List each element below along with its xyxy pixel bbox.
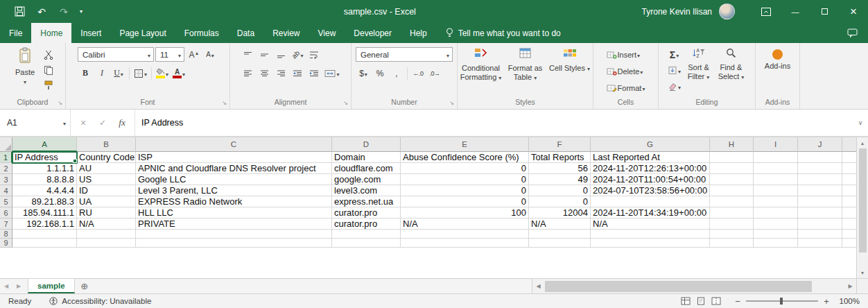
cell-H3[interactable] (710, 174, 754, 185)
cell-E3[interactable]: 0 (401, 174, 529, 185)
cell-G3[interactable]: 2024-11-20T11:00:54+00:00 (591, 174, 710, 185)
tab-data[interactable]: Data (228, 23, 263, 43)
formula-bar-expand-icon[interactable] (853, 110, 868, 136)
addins-button[interactable]: Add-ins (758, 44, 797, 71)
cell-D9[interactable] (332, 239, 401, 248)
cell-C1[interactable]: ISP (136, 152, 332, 163)
cell-J3[interactable] (798, 174, 842, 185)
cell-I5[interactable] (754, 196, 798, 207)
cell-C7[interactable]: PRIVATE (136, 219, 332, 230)
cell-B4[interactable]: ID (77, 185, 136, 196)
align-center-button[interactable] (257, 66, 272, 80)
align-top-button[interactable] (240, 47, 255, 62)
cell-F9[interactable] (529, 239, 591, 248)
cell-C3[interactable]: Google LLC (136, 174, 332, 185)
accounting-format-button[interactable]: $ (356, 66, 371, 80)
font-color-button[interactable]: A (171, 66, 186, 80)
cell-A9[interactable] (12, 239, 77, 248)
vertical-scroll-thumb[interactable] (859, 148, 867, 253)
row-header-5[interactable]: 5 (0, 196, 12, 207)
italic-button[interactable]: I (94, 66, 110, 80)
tab-page-layout[interactable]: Page Layout (110, 23, 175, 43)
cell-E1[interactable]: Abuse Confidence Score (%) (401, 152, 529, 163)
zoom-in-button[interactable] (821, 296, 832, 307)
cell-B2[interactable]: AU (77, 163, 136, 174)
tab-developer[interactable]: Developer (345, 23, 401, 43)
underline-button[interactable]: U (111, 66, 126, 80)
cell-D5[interactable]: express.net.ua (332, 196, 401, 207)
autosum-button[interactable]: Σ (666, 47, 682, 62)
autosum-dropdown-icon[interactable] (676, 50, 679, 60)
cell-J5[interactable] (798, 196, 842, 207)
avatar[interactable] (719, 3, 735, 19)
cell-E5[interactable]: 0 (401, 196, 529, 207)
user-name[interactable]: Tyrone Kevin Ilisan (642, 7, 712, 17)
formula-input[interactable]: IP Address (135, 110, 853, 136)
decrease-decimal-button[interactable]: .0→ (427, 66, 442, 80)
cell-E9[interactable] (401, 239, 529, 248)
format-cells-button[interactable]: Format (605, 80, 647, 95)
tab-file[interactable]: File (0, 23, 31, 43)
cell-F5[interactable]: 0 (529, 196, 591, 207)
cell-C8[interactable] (136, 230, 332, 239)
restore-button[interactable] (810, 0, 839, 23)
sort-filter-button[interactable]: AZ Sort & Filter (682, 44, 715, 82)
column-header-H[interactable]: H (710, 137, 754, 152)
decrease-font-size-button[interactable]: A (202, 47, 218, 62)
cell-I1[interactable] (754, 152, 798, 163)
accessibility-status[interactable]: Accessibility: Unavailable (42, 297, 158, 305)
fill-color-dropdown-icon[interactable] (166, 69, 168, 78)
cell-D7[interactable]: curator.pro (332, 219, 401, 230)
cell-C5[interactable]: EXPRESS Radio Network (136, 196, 332, 207)
cell-F7[interactable]: N/A (529, 219, 591, 230)
increase-font-size-button[interactable]: A (186, 47, 201, 62)
cell-styles-dropdown-icon[interactable] (587, 64, 590, 74)
row-header-3[interactable]: 3 (0, 174, 12, 185)
decrease-indent-button[interactable] (290, 66, 305, 80)
accounting-dropdown-icon[interactable] (365, 69, 367, 78)
cell-B5[interactable]: UA (77, 196, 136, 207)
zoom-level[interactable]: 100% (832, 297, 860, 305)
cell-B8[interactable] (77, 230, 136, 239)
borders-dropdown-icon[interactable] (144, 69, 147, 78)
cell-G5[interactable] (591, 196, 710, 207)
normal-view-button[interactable] (681, 297, 691, 305)
cell-H1[interactable] (710, 152, 754, 163)
borders-button[interactable] (132, 66, 148, 80)
align-left-button[interactable] (240, 66, 255, 80)
sort-filter-dropdown-icon[interactable] (706, 72, 709, 82)
name-box-dropdown-icon[interactable] (63, 118, 66, 128)
cell-H7[interactable] (710, 219, 754, 230)
column-header-D[interactable]: D (332, 137, 401, 152)
cell-G4[interactable]: 2024-07-10T23:58:56+00:00 (591, 185, 710, 196)
column-header-A[interactable]: A (12, 137, 77, 152)
fill-button[interactable] (666, 63, 682, 78)
cell-G9[interactable] (591, 239, 710, 248)
cell-A6[interactable]: 185.94.111.1 (12, 207, 77, 219)
scroll-left-icon[interactable] (532, 279, 544, 293)
format-as-table-dropdown-icon[interactable] (534, 73, 537, 83)
cell-C6[interactable]: HLL LLC (136, 207, 332, 219)
alignment-dialog-launcher[interactable] (342, 99, 349, 107)
minimize-button[interactable] (781, 0, 810, 23)
undo-button[interactable] (31, 0, 53, 23)
name-box[interactable]: A1 (0, 110, 71, 136)
cell-I4[interactable] (754, 185, 798, 196)
tell-me-box[interactable]: Tell me what you want to do (436, 23, 571, 43)
cell-E2[interactable]: 0 (401, 163, 529, 174)
row-header-1[interactable]: 1 (0, 152, 12, 163)
font-family-select[interactable]: Calibri (78, 47, 154, 62)
underline-dropdown-icon[interactable] (121, 69, 123, 78)
merge-center-dropdown-icon[interactable] (336, 69, 339, 78)
cell-G8[interactable] (591, 230, 710, 239)
cell-H8[interactable] (710, 230, 754, 239)
new-sheet-button[interactable] (75, 279, 94, 293)
zoom-slider-thumb[interactable] (780, 298, 783, 305)
clear-dropdown-icon[interactable] (678, 82, 681, 92)
cut-button[interactable] (41, 47, 56, 62)
paste-dropdown-icon[interactable] (24, 77, 26, 87)
cell-A7[interactable]: 192.168.1.1 (12, 219, 77, 230)
font-size-select[interactable]: 11 (155, 47, 184, 62)
cell-J7[interactable] (798, 219, 842, 230)
sheet-tab-sample[interactable]: sample (28, 279, 75, 293)
